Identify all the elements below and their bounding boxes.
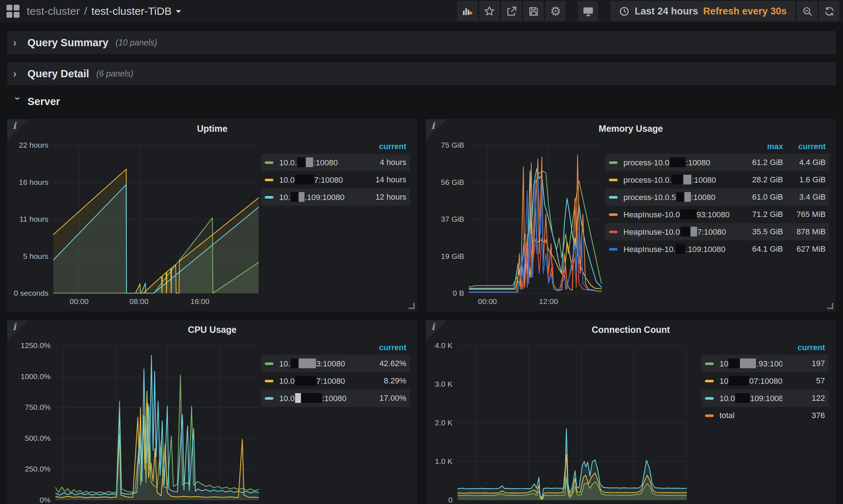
series-label[interactable]: 10.0109:10080: [719, 393, 782, 403]
redaction-box: [306, 157, 313, 167]
cpu-usage-chart[interactable]: 0%250.0%500.0%750.0%1000.0%1250.0%: [13, 340, 262, 504]
svg-text:4.0 K: 4.0 K: [435, 341, 453, 349]
star-button[interactable]: [479, 1, 500, 21]
time-range-picker[interactable]: Last 24 hours Refresh every 30s: [610, 1, 795, 21]
series-label[interactable]: 10.3:10080: [279, 359, 364, 369]
series-value: 765 MiB: [783, 210, 826, 219]
series-label[interactable]: 10.0.:10080: [279, 157, 364, 168]
legend-column-header[interactable]: current: [364, 343, 406, 352]
panel-resize-handle[interactable]: [408, 303, 415, 309]
row-server[interactable]: › Server: [7, 91, 836, 112]
series-label[interactable]: process-10.0.:10080: [623, 175, 733, 185]
redaction-box: [295, 393, 301, 403]
series-color-swatch: [265, 362, 273, 365]
row-query-summary[interactable]: › Query Summary (10 panels): [7, 31, 836, 54]
redaction-box: [680, 209, 696, 219]
add-panel-button[interactable]: [457, 1, 477, 21]
legend-row[interactable]: HeapInuse-10..109:1008064.1 GiB627 MiB: [605, 240, 829, 258]
legend-row[interactable]: 10.07:100808.29%: [261, 372, 410, 390]
gear-icon: ⚙: [550, 5, 561, 17]
redaction-box: [299, 192, 304, 202]
series-color-swatch: [265, 196, 273, 199]
settings-button[interactable]: ⚙: [545, 1, 566, 21]
legend-row[interactable]: total376: [701, 407, 829, 424]
legend-row[interactable]: 1007:1008057: [701, 372, 829, 390]
refresh-interval-label: Refresh every 30s: [703, 6, 787, 17]
series-color-swatch: [609, 231, 618, 233]
series-value: 14 hours: [364, 175, 406, 184]
breadcrumb[interactable]: test-cluster / test-cluster-TiDB: [27, 5, 181, 17]
memory-usage-chart[interactable]: 0 B19 GiB37 GiB56 GiB75 GiB00:0012:00: [432, 140, 605, 306]
series-label[interactable]: 10.07:10080: [279, 175, 364, 185]
legend-column-header[interactable]: max: [733, 142, 783, 151]
row-query-detail[interactable]: › Query Detail (6 panels): [7, 62, 836, 85]
series-color-swatch: [609, 248, 618, 251]
series-label[interactable]: 10..109:10080: [279, 192, 364, 202]
series-value: 61.0 GiB: [733, 192, 783, 202]
connection-count-chart[interactable]: 01.0 K2.0 K3.0 K4.0 K: [432, 340, 690, 504]
legend-column-header[interactable]: current: [782, 343, 825, 352]
legend-row[interactable]: 10.0:1008017.00%: [261, 390, 410, 407]
series-value: 28.2 GiB: [733, 175, 783, 184]
zoom-out-button[interactable]: [797, 1, 817, 21]
legend-row[interactable]: process-10.0.5:1008061.0 GiB3.4 GiB: [605, 188, 829, 206]
redaction-box: [729, 376, 749, 386]
panel-resize-handle[interactable]: [827, 303, 833, 309]
series-label[interactable]: 10.07:10080: [279, 376, 364, 386]
series-label[interactable]: 10.93:10080: [719, 359, 782, 369]
share-button[interactable]: [501, 1, 522, 21]
legend-row[interactable]: HeapInuse-10.07:1008035.5 GiB878 MiB: [605, 223, 829, 240]
legend-row[interactable]: process-10.0:1008061.2 GiB4.4 GiB: [605, 154, 829, 171]
series-label[interactable]: total: [719, 411, 782, 420]
legend-row[interactable]: 10.0109:10080122: [701, 390, 829, 407]
uptime-legend: current10.0.:100804 hours10.07:1008014 h…: [261, 139, 410, 206]
series-label[interactable]: 10.0:10080: [279, 393, 364, 403]
breadcrumb-folder[interactable]: test-cluster: [27, 5, 80, 17]
legend-row[interactable]: 10.93:10080197: [701, 355, 829, 372]
redaction-box: [729, 359, 739, 368]
legend-row[interactable]: 10..109:1008012 hours: [261, 188, 410, 206]
chevron-down-icon: ›: [12, 96, 24, 109]
series-color-swatch: [609, 213, 618, 216]
grafana-apps-icon[interactable]: [7, 5, 20, 18]
dashboard-title[interactable]: test-cluster-TiDB: [91, 5, 172, 17]
svg-text:0 seconds: 0 seconds: [14, 289, 48, 297]
svg-text:56 GiB: 56 GiB: [441, 178, 464, 186]
series-label[interactable]: process-10.0:10080: [623, 157, 733, 168]
cycle-view-button[interactable]: [578, 1, 598, 21]
refresh-icon: [824, 6, 835, 17]
panel-title[interactable]: Connection Count: [426, 325, 836, 335]
series-label[interactable]: process-10.0.5:10080: [623, 192, 733, 202]
zoom-out-icon: [802, 6, 813, 17]
monitor-icon: [582, 5, 594, 17]
legend-row[interactable]: 10.3:1008042.62%: [261, 355, 410, 372]
legend-row[interactable]: 10.0.:100804 hours: [261, 154, 410, 171]
legend-row[interactable]: 10.07:1008014 hours: [261, 171, 410, 188]
svg-text:08:00: 08:00: [130, 297, 149, 305]
legend-row[interactable]: HeapInuse-10.093:1008071.2 GiB765 MiB: [605, 206, 829, 223]
panel-title[interactable]: Uptime: [7, 123, 417, 134]
refresh-button[interactable]: [819, 1, 839, 21]
series-value: 8.29%: [364, 376, 406, 386]
grid-square: [7, 5, 12, 10]
grid-square: [7, 12, 12, 18]
memory-usage-legend: maxcurrentprocess-10.0:1008061.2 GiB4.4 …: [605, 139, 829, 258]
legend-column-header[interactable]: current: [364, 142, 406, 151]
series-value: 878 MiB: [783, 227, 826, 236]
chart-svg: 01.0 K2.0 K3.0 K4.0 K: [432, 340, 690, 504]
panel-title[interactable]: Memory Usage: [426, 123, 836, 134]
series-color-swatch: [265, 380, 273, 382]
chevron-down-icon[interactable]: [176, 10, 181, 16]
legend-row[interactable]: process-10.0.:1008028.2 GiB1.6 GiB: [605, 171, 829, 188]
top-navbar: test-cluster / test-cluster-TiDB: [0, 0, 843, 22]
redaction-box: [740, 359, 756, 368]
save-button[interactable]: [523, 1, 544, 21]
series-color-swatch: [609, 179, 618, 181]
series-label[interactable]: HeapInuse-10.07:10080: [623, 227, 733, 237]
series-label[interactable]: 1007:10080: [719, 376, 782, 386]
legend-column-header[interactable]: current: [783, 142, 826, 151]
panel-title[interactable]: CPU Usage: [7, 325, 417, 335]
series-label[interactable]: HeapInuse-10..109:10080: [623, 244, 733, 254]
series-label[interactable]: HeapInuse-10.093:10080: [623, 209, 733, 220]
uptime-chart[interactable]: 0 seconds5 hours11 hours16 hours22 hours…: [13, 140, 262, 306]
